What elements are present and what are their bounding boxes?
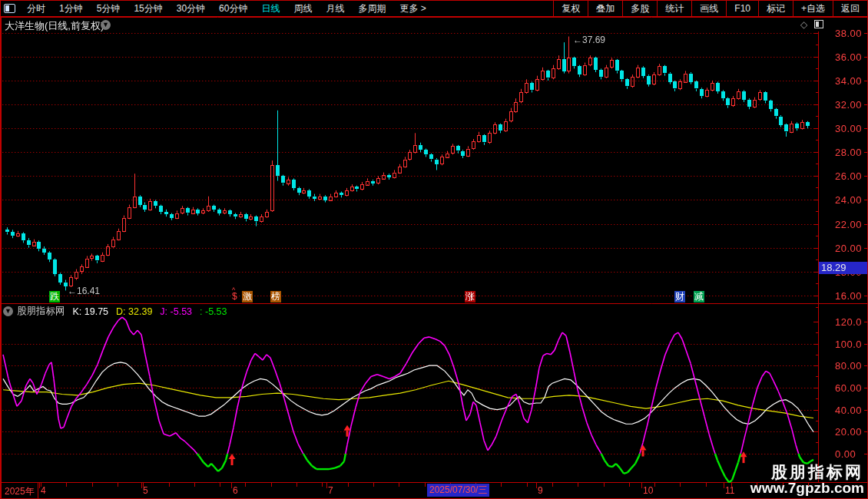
indicator-value: : -5.53 (200, 306, 227, 317)
price-axis-label: 24.00 (835, 194, 862, 206)
time-axis-month-label: 10 (643, 485, 653, 496)
signal-badge: 减 (694, 291, 704, 302)
signal-badge: 跌 (49, 291, 60, 302)
time-axis-month-label: 4 (41, 485, 46, 496)
price-annotation: ←37.69 (573, 35, 605, 45)
tool-menu-item-3[interactable]: 统计 (657, 1, 691, 16)
menu-item-9[interactable]: 多周期 (351, 1, 393, 16)
price-and-kdj-chart-canvas[interactable] (1, 1, 868, 499)
caret-mark: ^ (232, 285, 235, 296)
stock-title: 大洋生物(日线,前复权) (5, 19, 104, 33)
tool-menu-item-6[interactable]: 标记 (758, 1, 793, 16)
signal-badge: 涨 (465, 291, 475, 302)
tool-menu-item-5[interactable]: F10 (726, 1, 758, 16)
chevron-down-icon[interactable]: ▼ (101, 20, 111, 30)
indicator-axis-label: 80.00 (835, 360, 862, 372)
time-axis-month-label: 9 (538, 485, 543, 496)
tools-menu: 复权叠加多股统计画线F10标记+自选返回 (553, 1, 867, 17)
signal-badge: $^ (231, 291, 238, 302)
indicator-name: 股朋指标网 (17, 305, 65, 318)
price-axis-label: 22.00 (835, 219, 862, 230)
indicator-axis-label: 120.0 (835, 316, 862, 328)
menu-item-1[interactable]: 1分钟 (52, 1, 90, 16)
price-axis-label: 36.00 (835, 51, 862, 63)
indicator-chevron-icon[interactable]: ▼ (3, 306, 13, 316)
indicator-value: D: 32.39 (116, 306, 152, 317)
price-axis-label: 28.00 (835, 147, 862, 158)
menu-item-5[interactable]: 60分钟 (212, 1, 254, 16)
title-bar: 大洋生物(日线,前复权) ▼ ◇ (1, 18, 867, 31)
price-axis-label: 26.00 (835, 170, 862, 182)
price-axis-label: 34.00 (835, 75, 862, 87)
price-axis-label: 20.00 (835, 243, 862, 254)
cursor-date-highlight: 2025/07/30/三 (427, 484, 489, 497)
tool-menu-item-8[interactable]: 返回 (833, 1, 867, 16)
price-axis-label: 32.00 (835, 99, 862, 111)
menu-item-8[interactable]: 月线 (319, 1, 351, 16)
period-menu: 分时1分钟5分钟15分钟30分钟60分钟日线周线月线多周期更多 > (20, 1, 433, 16)
signal-badge: 财 (674, 291, 685, 302)
time-axis-month-label: 11 (725, 485, 734, 496)
signal-badge: 榜 (270, 291, 281, 302)
indicator-value: K: 19.75 (73, 306, 109, 317)
tool-menu-item-2[interactable]: 多股 (622, 1, 657, 16)
tool-menu-item-0[interactable]: 复权 (553, 1, 588, 16)
indicator-header: ▼ 股朋指标网 K: 19.75D: 32.39J: -5.53: -5.53 (3, 306, 234, 317)
time-axis-year: 2025年 (5, 485, 35, 498)
indicator-axis-label: 100.0 (835, 339, 862, 350)
time-axis-month-label: 7 (328, 485, 333, 496)
signal-badge: 激 (242, 291, 253, 302)
menu-item-0[interactable]: 分时 (20, 1, 52, 16)
menu-item-6[interactable]: 日线 (254, 1, 287, 16)
menu-item-7[interactable]: 周线 (287, 1, 319, 16)
menu-item-3[interactable]: 15分钟 (127, 1, 169, 16)
layout-panel-icon[interactable] (4, 4, 15, 13)
indicator-value: J: -5.53 (160, 306, 192, 317)
watermark-site-url: www.7gpzb.com (750, 480, 864, 497)
split-window-icon[interactable] (814, 20, 823, 28)
tool-menu-item-1[interactable]: 叠加 (588, 1, 622, 16)
cursor-price-highlight: 18.29 (819, 262, 867, 274)
tool-menu-item-4[interactable]: 画线 (691, 1, 726, 16)
price-annotation: ←16.41 (68, 286, 100, 296)
indicator-axis-label: 60.00 (835, 382, 862, 394)
price-axis-label: 16.00 (835, 290, 862, 302)
top-menu-bar: 分时1分钟5分钟15分钟30分钟60分钟日线周线月线多周期更多 > 复权叠加多股… (1, 1, 867, 17)
time-axis-month-label: 6 (233, 485, 238, 496)
menu-item-2[interactable]: 5分钟 (90, 1, 128, 16)
diamond-icon[interactable]: ◇ (800, 19, 807, 30)
tool-menu-item-7[interactable]: +自选 (793, 1, 833, 16)
menu-item-4[interactable]: 30分钟 (170, 1, 212, 16)
indicator-axis-label: 20.00 (835, 426, 862, 438)
menu-item-10[interactable]: 更多 > (393, 1, 432, 16)
time-axis-month-label: 5 (143, 485, 148, 496)
indicator-values: K: 19.75D: 32.39J: -5.53: -5.53 (73, 306, 235, 317)
indicator-axis-label: 0.00 (835, 448, 856, 460)
trading-app-window: 分时1分钟5分钟15分钟30分钟60分钟日线周线月线多周期更多 > 复权叠加多股… (0, 0, 868, 499)
indicator-axis-label: 40.00 (835, 405, 862, 416)
price-axis-label: 30.00 (835, 123, 862, 134)
